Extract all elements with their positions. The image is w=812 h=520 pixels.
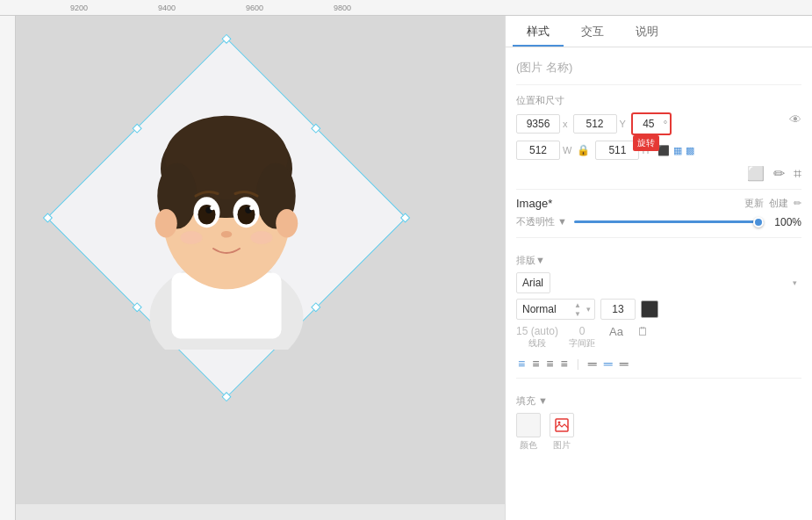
handle-br[interactable] (221, 392, 231, 401)
style-select-wrap: Normal ▾ ▲ ▼ (516, 299, 595, 320)
font-select-wrap: Arial ▾ (516, 272, 801, 293)
font-family-select[interactable]: Arial (516, 272, 550, 293)
align-tool-icon[interactable]: ⬜ (747, 165, 765, 182)
svg-point-17 (249, 206, 254, 210)
y-field: Y (573, 114, 626, 134)
character-image (112, 86, 341, 350)
main-panel: 样式 交互 说明 (图片 名称) 位置和尺寸 👁 x (0, 16, 812, 520)
fill-image-btn[interactable] (550, 413, 574, 437)
letter-spacing-label: 字间距 (569, 337, 595, 350)
align-h2-btn[interactable]: ═ (602, 355, 614, 372)
font-size-input[interactable] (600, 299, 636, 320)
ruler-mark-1: 9200 (70, 4, 88, 12)
fill-image-label: 图片 (553, 439, 571, 451)
character-svg (112, 86, 341, 350)
rotation-field: ° 旋转 (631, 112, 672, 135)
image-fill-icon (555, 418, 569, 432)
tools-row: ⬜ ✏ ⌗ (516, 165, 801, 182)
svg-point-18 (221, 231, 233, 238)
image-container[interactable] (42, 33, 411, 402)
typography-section: 排版▼ Arial ▾ Normal (516, 237, 801, 372)
y-input[interactable] (573, 114, 617, 134)
svg-point-22 (558, 422, 561, 424)
handle-tr[interactable] (400, 213, 410, 222)
image-section-header: Image* 更新 创建 ✏ (516, 197, 801, 210)
style-chevron-icon: ▾ (586, 305, 591, 314)
position-size-label: 位置和尺寸 (516, 94, 801, 107)
font-style-select[interactable]: Normal (516, 299, 595, 320)
fill-image-item: 图片 (550, 413, 574, 451)
opacity-row: 不透明性 ▼ 100% (516, 215, 801, 228)
constraint-icon-2[interactable]: ▦ (673, 145, 682, 156)
constraint-icon-1[interactable]: ⬛ (658, 145, 670, 156)
rotation-unit: ° (664, 119, 667, 129)
opacity-thumb[interactable] (753, 217, 764, 228)
crop-tool-icon[interactable]: ⌗ (794, 166, 801, 182)
ruler-mark-3: 9600 (246, 4, 263, 12)
letter-spacing-value: 0 (579, 325, 586, 337)
font-style-row: Normal ▾ ▲ ▼ (516, 299, 801, 320)
tab-style[interactable]: 样式 (513, 18, 564, 47)
canvas-area (16, 16, 505, 520)
lock-icon[interactable]: 🔒 (577, 144, 590, 156)
update-action[interactable]: 更新 (744, 197, 764, 210)
tab-interact[interactable]: 交互 (567, 18, 618, 47)
tab-explain[interactable]: 说明 (622, 18, 672, 47)
letter-spacing-field: 0 字间距 (569, 325, 595, 350)
create-action[interactable]: 创建 (769, 197, 788, 210)
svg-point-16 (210, 206, 214, 210)
panel-body: (图片 名称) 位置和尺寸 👁 x Y (506, 47, 812, 520)
align-left-btn[interactable]: ≡ (516, 355, 527, 372)
font-other-icon[interactable]: 🗒 (637, 325, 649, 338)
ruler-mark-4: 9800 (334, 4, 351, 12)
top-ruler: 9200 9400 9600 9800 (0, 0, 812, 16)
handle-bl[interactable] (43, 213, 53, 222)
align-h1-btn[interactable]: ═ (586, 355, 599, 372)
w-input[interactable] (516, 141, 560, 160)
rotation-input[interactable] (636, 115, 662, 133)
image-section: Image* 更新 创建 ✏ 不透明性 ▼ 100% (516, 189, 801, 228)
align-justify-btn[interactable]: ≡ (559, 355, 570, 372)
rotation-tooltip: 旋转 (633, 135, 659, 151)
align-center-btn[interactable]: ≡ (530, 355, 541, 372)
style-stepper-down[interactable]: ▼ (574, 310, 581, 318)
line-height-value: 15 (auto) (516, 325, 558, 337)
line-height-field: 15 (auto) 线段 (516, 325, 558, 350)
vertical-ruler (0, 16, 16, 520)
font-color-box[interactable] (641, 300, 658, 318)
fill-section: 填充 ▼ 颜色 图片 (516, 378, 801, 451)
x-input[interactable] (516, 114, 560, 134)
image-name-placeholder: (图片 名称) (516, 56, 801, 85)
position-row: x Y ° 旋转 (516, 112, 801, 135)
edit-action[interactable]: ✏ (794, 198, 801, 209)
x-field: x (516, 114, 568, 134)
edit-tool-icon[interactable]: ✏ (773, 165, 785, 182)
line-height-label: 线段 (528, 337, 546, 350)
svg-point-9 (276, 209, 298, 238)
fill-row: 颜色 图片 (516, 413, 801, 451)
fill-color-label: 颜色 (520, 439, 537, 451)
svg-rect-21 (556, 419, 568, 431)
opacity-value: 100% (771, 216, 801, 228)
x-label: x (563, 119, 568, 129)
fill-label: 填充 ▼ (516, 394, 801, 408)
image-section-title: Image* (516, 197, 552, 210)
align-separator: | (577, 358, 579, 370)
font-family-row: Arial ▾ (516, 272, 801, 293)
fill-color-item: 颜色 (516, 413, 541, 451)
rotated-card[interactable] (47, 38, 406, 398)
line-spacing-row: 15 (auto) 线段 0 字间距 Aa 🗒 (516, 325, 801, 350)
font-case-icon[interactable]: Aa (609, 325, 623, 338)
opacity-slider[interactable] (574, 220, 764, 223)
svg-point-20 (251, 231, 273, 244)
constraint-icon-3[interactable]: ▩ (686, 145, 694, 156)
handle-tl[interactable] (221, 34, 231, 44)
opacity-label: 不透明性 ▼ (516, 215, 567, 228)
style-stepper-up[interactable]: ▲ (574, 301, 581, 309)
right-panel: 样式 交互 说明 (图片 名称) 位置和尺寸 👁 x (505, 16, 812, 520)
panel-tabs: 样式 交互 说明 (506, 16, 812, 47)
fill-color-box[interactable] (516, 413, 541, 437)
align-right-btn[interactable]: ≡ (544, 355, 555, 372)
align-h3-btn[interactable]: ═ (618, 355, 630, 372)
image-section-actions: 更新 创建 ✏ (744, 197, 801, 210)
